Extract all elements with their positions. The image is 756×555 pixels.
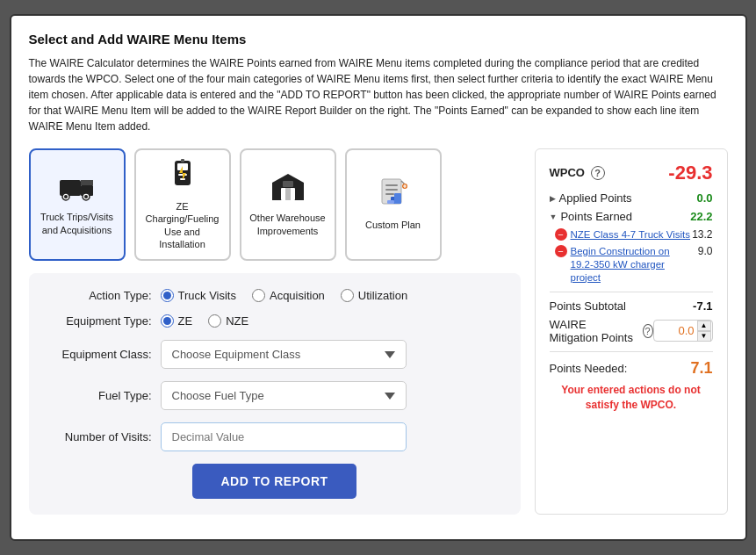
svg-point-6 [84,195,88,198]
action-type-acquisition[interactable]: Acquisition [252,289,325,302]
equipment-class-label: Equipment Class: [47,348,152,361]
action-type-row: Action Type: Truck Visits Acquisition [47,289,503,302]
category-cards: Truck Trips/Visits and Acquisitions [29,148,521,261]
applied-points-row: Applied Points 0.0 [550,191,713,205]
warehouse-icon [270,172,306,206]
points-earned-label[interactable]: Points Earned [550,210,633,223]
wpco-value: -29.3 [668,162,712,184]
custom-plan-icon [378,177,408,213]
equipment-class-row: Equipment Class: Choose Equipment Class [47,340,503,369]
sub-item-value-1: 9.0 [698,245,713,257]
sub-item-0: − NZE Class 4-7 Truck Visits 13.2 [550,228,713,241]
mitigation-input-wrap: 0.0 ▲ ▼ [653,320,713,342]
svg-rect-15 [283,181,293,187]
svg-rect-14 [285,188,291,200]
svg-marker-2 [81,180,93,185]
truck-trips-label: Truck Trips/Visits and Acquisitions [38,211,117,236]
mitigation-row: WAIRE Mitigation Points ? 0.0 ▲ ▼ [550,318,713,344]
ze-charging-label: ZE Charging/Fueling Use and Installation [143,200,222,250]
svg-rect-17 [385,184,398,186]
main-panel: Select and Add WAIRE Menu Items The WAIR… [10,14,747,541]
wpco-warning: Your entered actions do not satisfy the … [550,383,713,413]
applied-points-value: 0.0 [696,191,712,205]
custom-plan-label: Custom Plan [365,219,421,231]
points-subtotal-value: -7.1 [693,299,712,313]
svg-rect-19 [385,193,394,195]
panel-description: The WAIRE Calculator determines the WAIR… [29,55,728,134]
truck-trips-icon [60,173,95,205]
equipment-type-row: Equipment Type: ZE NZE [47,314,503,328]
action-type-radio-group: Truck Visits Acquisition Utilization [161,289,408,302]
svg-rect-22 [387,200,394,204]
action-type-label: Action Type: [47,289,152,302]
svg-rect-21 [394,193,401,204]
points-subtotal-label: Points Subtotal [550,299,626,313]
remove-icon-1[interactable]: − [555,245,567,257]
svg-rect-11 [181,159,184,162]
divider-2 [550,351,713,352]
svg-rect-0 [60,180,81,196]
panel-title: Select and Add WAIRE Menu Items [29,32,728,47]
mitigation-spinner: ▲ ▼ [697,320,711,342]
left-section: Truck Trips/Visits and Acquisitions [29,148,521,515]
equipment-type-label: Equipment Type: [47,314,152,328]
wpco-row: WPCO ? -29.3 [550,162,713,184]
sub-item-value-0: 13.2 [692,228,712,241]
fuel-type-row: Fuel Type: Choose Fuel Type [47,381,503,410]
divider-1 [550,292,713,292]
category-card-ze-charging[interactable]: ZE Charging/Fueling Use and Installation [134,148,231,261]
sub-item-label-1[interactable]: Begin Construction on 19.2-350 kW charge… [571,245,694,285]
points-needed-value: 7.1 [690,359,712,378]
applied-points-label[interactable]: Applied Points [550,191,632,205]
fuel-type-label: Fuel Type: [47,389,152,402]
points-needed-label: Points Needed: [550,362,628,375]
content-row: Truck Trips/Visits and Acquisitions [29,148,728,515]
points-earned-value: 22.2 [690,210,712,223]
sub-item-label-0[interactable]: NZE Class 4-7 Truck Visits [571,228,691,241]
action-type-truck-visits[interactable]: Truck Visits [161,289,236,302]
form-section: Action Type: Truck Visits Acquisition [29,273,521,515]
equipment-type-nze[interactable]: NZE [208,314,248,328]
points-subtotal-row: Points Subtotal -7.1 [550,299,713,313]
warehouse-label: Other Warehouse Improvements [248,212,328,237]
fuel-type-select-wrapper: Choose Fuel Type [161,381,407,410]
num-visits-row: Number of Visits: [47,422,503,451]
mitigation-decrement[interactable]: ▼ [697,331,711,342]
sub-item-1: − Begin Construction on 19.2-350 kW char… [550,245,713,285]
mitigation-info-icon[interactable]: ? [643,324,653,338]
equipment-class-select[interactable]: Choose Equipment Class [161,340,407,369]
mitigation-increment[interactable]: ▲ [697,321,711,331]
add-to-report-button[interactable]: ADD TO REPORT [192,464,356,499]
ze-charging-icon [168,159,198,195]
right-panel: WPCO ? -29.3 Applied Points 0.0 Points E… [535,148,728,515]
equipment-class-select-wrapper: Choose Equipment Class [161,340,407,369]
svg-rect-18 [385,189,398,191]
num-visits-input[interactable] [161,422,407,451]
points-earned-row: Points Earned 22.2 [550,210,713,223]
wpco-label: WPCO ? [550,166,605,181]
num-visits-label: Number of Visits: [47,430,152,443]
svg-point-4 [64,195,68,198]
equipment-type-radio-group: ZE NZE [161,314,249,328]
mitigation-label: WAIRE Mitigation Points ? [550,318,653,344]
action-type-utilization[interactable]: Utilization [341,289,407,302]
category-card-warehouse[interactable]: Other Warehouse Improvements [240,148,336,261]
wpco-info-icon[interactable]: ? [591,166,605,180]
category-card-custom-plan[interactable]: Custom Plan [345,148,442,261]
fuel-type-select[interactable]: Choose Fuel Type [161,381,407,410]
equipment-type-ze[interactable]: ZE [161,314,193,328]
category-card-truck-trips[interactable]: Truck Trips/Visits and Acquisitions [29,148,126,261]
remove-icon-0[interactable]: − [555,228,567,241]
points-needed-row: Points Needed: 7.1 [550,359,713,378]
